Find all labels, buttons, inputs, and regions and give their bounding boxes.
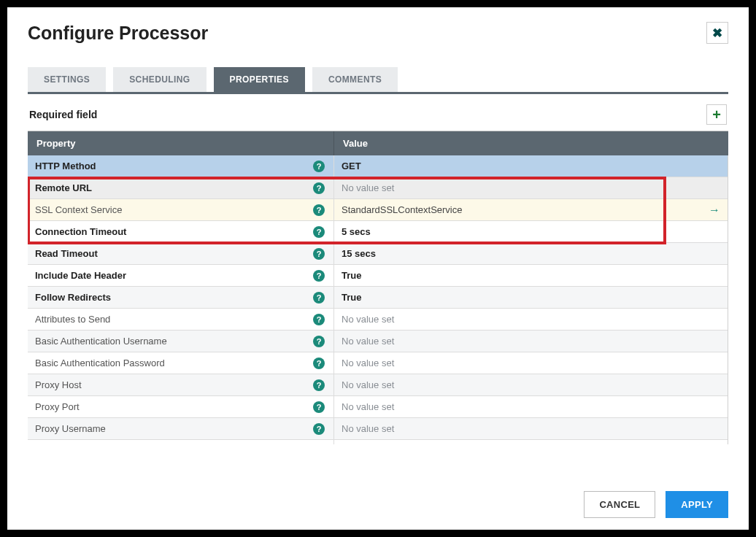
tab-properties[interactable]: PROPERTIES xyxy=(214,67,305,92)
cancel-button[interactable]: CANCEL xyxy=(584,491,655,518)
value-text: GET xyxy=(342,161,361,171)
tab-settings[interactable]: SETTINGS xyxy=(28,67,106,92)
tab-comments[interactable]: COMMENTS xyxy=(312,67,398,92)
table-header-row: Property Value xyxy=(28,131,728,155)
property-cell[interactable]: Proxy Host? xyxy=(28,374,334,395)
table-row[interactable]: Proxy Password?No value set xyxy=(28,440,728,444)
property-name: Basic Authentication Username xyxy=(35,336,313,347)
property-cell[interactable]: Connection Timeout? xyxy=(28,221,334,242)
value-cell[interactable]: True xyxy=(334,265,728,286)
table-row[interactable]: Read Timeout?15 secs xyxy=(28,243,728,265)
dialog-footer: CANCEL APPLY xyxy=(7,481,749,530)
property-name: Include Date Header xyxy=(35,270,313,281)
help-icon[interactable]: ? xyxy=(313,226,325,238)
table-row[interactable]: Connection Timeout?5 secs xyxy=(28,221,728,243)
property-cell[interactable]: Remote URL? xyxy=(28,177,334,198)
value-text: No value set xyxy=(342,314,394,325)
help-icon[interactable]: ? xyxy=(313,379,325,391)
value-text: True xyxy=(342,292,361,303)
table-row[interactable]: Basic Authentication Username?No value s… xyxy=(28,331,728,352)
property-cell[interactable]: HTTP Method? xyxy=(28,155,334,177)
value-text: No value set xyxy=(342,423,394,434)
value-text: No value set xyxy=(342,379,394,390)
property-name: Proxy Port xyxy=(35,401,313,412)
property-name: Proxy Username xyxy=(35,423,313,434)
value-cell[interactable]: No value set xyxy=(334,352,728,374)
goto-service-icon[interactable]: → xyxy=(709,204,720,217)
value-cell[interactable]: No value set xyxy=(334,418,728,439)
table-row[interactable]: Proxy Username?No value set xyxy=(28,418,728,440)
property-name: Remote URL xyxy=(35,182,313,193)
help-icon[interactable]: ? xyxy=(313,336,325,347)
value-cell[interactable]: No value set xyxy=(334,440,728,444)
value-cell[interactable]: No value set xyxy=(334,396,728,417)
configure-processor-dialog: Configure Processor ✖ SETTINGSSCHEDULING… xyxy=(7,7,749,530)
table-scroll[interactable]: HTTP Method?GETRemote URL?No value setSS… xyxy=(28,155,728,444)
value-cell[interactable]: 5 secs xyxy=(334,221,728,242)
header-value: Value xyxy=(334,131,728,155)
help-icon[interactable]: ? xyxy=(313,314,325,325)
property-cell[interactable]: Follow Redirects? xyxy=(28,287,334,308)
table-row[interactable]: Include Date Header?True xyxy=(28,265,728,287)
value-text: 15 secs xyxy=(342,248,376,259)
table-row[interactable]: HTTP Method?GET xyxy=(28,155,728,177)
help-icon[interactable]: ? xyxy=(313,270,325,282)
value-cell[interactable]: No value set xyxy=(334,177,728,198)
table-row[interactable]: Attributes to Send?No value set xyxy=(28,309,728,331)
help-icon[interactable]: ? xyxy=(313,161,325,172)
help-icon[interactable]: ? xyxy=(313,401,325,413)
value-cell[interactable]: 15 secs xyxy=(334,243,728,264)
value-cell[interactable]: StandardSSLContextService→ xyxy=(334,199,728,220)
table-row[interactable]: Basic Authentication Password?No value s… xyxy=(28,352,728,374)
property-name: Attributes to Send xyxy=(35,314,313,325)
property-cell[interactable]: Proxy Port? xyxy=(28,396,334,417)
property-name: Basic Authentication Password xyxy=(35,358,313,368)
value-text: 5 secs xyxy=(342,226,371,237)
value-text: No value set xyxy=(342,401,394,412)
property-cell[interactable]: Read Timeout? xyxy=(28,243,334,264)
help-icon[interactable]: ? xyxy=(313,358,325,369)
value-cell[interactable]: No value set xyxy=(334,331,728,352)
help-icon[interactable]: ? xyxy=(313,204,325,216)
value-cell[interactable]: No value set xyxy=(334,374,728,395)
property-cell[interactable]: Proxy Username? xyxy=(28,418,334,439)
section-label: Required field xyxy=(29,109,97,120)
tab-scheduling[interactable]: SCHEDULING xyxy=(113,67,206,92)
property-name: Read Timeout xyxy=(35,248,313,259)
table-row[interactable]: Proxy Host?No value set xyxy=(28,374,728,396)
property-name: SSL Context Service xyxy=(35,204,313,215)
table-row[interactable]: Remote URL?No value set xyxy=(28,177,728,199)
value-cell[interactable]: No value set xyxy=(334,309,728,330)
tab-bar: SETTINGSSCHEDULINGPROPERTIESCOMMENTS xyxy=(28,67,728,94)
table-row[interactable]: SSL Context Service?StandardSSLContextSe… xyxy=(28,199,728,221)
add-property-button[interactable]: + xyxy=(706,104,727,125)
property-cell[interactable]: Include Date Header? xyxy=(28,265,334,286)
property-name: Follow Redirects xyxy=(35,292,313,303)
help-icon[interactable]: ? xyxy=(313,292,325,304)
property-cell[interactable]: Proxy Password? xyxy=(28,440,334,444)
value-text: True xyxy=(342,270,361,281)
property-cell[interactable]: SSL Context Service? xyxy=(28,199,334,220)
value-cell[interactable]: GET xyxy=(334,155,728,177)
help-icon[interactable]: ? xyxy=(313,248,325,260)
property-cell[interactable]: Attributes to Send? xyxy=(28,309,334,330)
property-name: Connection Timeout xyxy=(35,226,313,237)
value-text: No value set xyxy=(342,358,394,368)
property-cell[interactable]: Basic Authentication Password? xyxy=(28,352,334,374)
dialog-header: Configure Processor ✖ xyxy=(7,7,749,48)
value-cell[interactable]: True xyxy=(334,287,728,308)
help-icon[interactable]: ? xyxy=(313,182,325,194)
header-property: Property xyxy=(28,131,334,155)
value-text: No value set xyxy=(342,182,394,193)
help-icon[interactable]: ? xyxy=(313,423,325,435)
property-name: HTTP Method xyxy=(35,161,313,171)
dialog-title: Configure Processor xyxy=(28,23,706,44)
table-row[interactable]: Proxy Port?No value set xyxy=(28,396,728,418)
table-row[interactable]: Follow Redirects?True xyxy=(28,287,728,309)
close-icon[interactable]: ✖ xyxy=(706,22,728,44)
property-cell[interactable]: Basic Authentication Username? xyxy=(28,331,334,352)
value-text: StandardSSLContextService xyxy=(342,204,462,215)
properties-table: Property Value HTTP Method?GETRemote URL… xyxy=(28,131,728,444)
section-bar: Required field + xyxy=(28,100,728,131)
apply-button[interactable]: APPLY xyxy=(666,491,728,518)
